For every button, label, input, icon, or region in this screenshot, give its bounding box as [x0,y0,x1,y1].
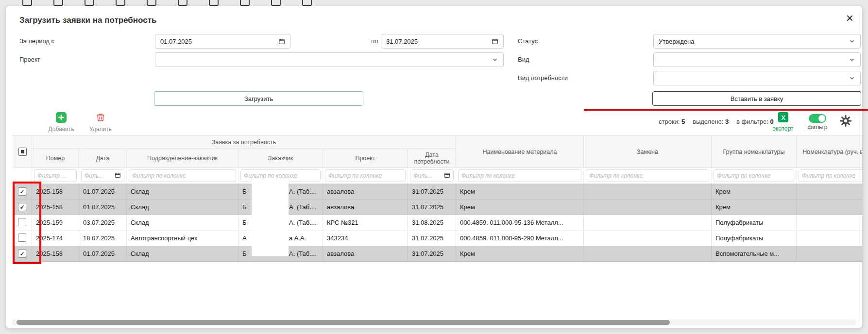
cell-department: Склад [127,246,238,262]
cell-nomenclature-group: Крем [712,200,797,215]
table-row[interactable]: ✓2025-15801.07.2025СкладБА. (Таб....авза… [13,200,863,215]
toolbar-icon-3[interactable] [85,0,94,6]
cell-number: 2025-158 [32,200,79,215]
add-label: Добавить [46,126,77,133]
column-filter-input[interactable]: Фильтр по колонке [240,169,321,182]
column-header-material[interactable]: Наименование материала [456,136,584,168]
column-filter-input[interactable]: Фильтр по колонке [714,169,794,182]
column-header-project[interactable]: Проект [323,149,408,168]
row-checkbox-checked[interactable]: ✓ [18,250,26,258]
status-select[interactable]: Утверждена [653,34,861,49]
cell-need-date: 31.07.2025 [408,246,456,262]
horizontal-scrollbar[interactable] [12,319,856,325]
delete-button[interactable]: Удалить [85,112,116,133]
plus-icon [56,112,67,123]
cell-number: 2025-174 [32,231,79,246]
column-header-date[interactable]: Дата [79,149,127,168]
row-checkbox-cell [13,215,32,231]
gear-icon [839,115,852,127]
cell-number: 2025-158 [32,184,79,200]
filter-placeholder: Фильтр ... [37,172,66,179]
rows-value: 5 [681,118,685,125]
project-select[interactable] [155,52,504,67]
date-from-value: 01.07.2025 [160,38,192,45]
settings-gear-icon[interactable] [839,115,852,129]
svg-text:X: X [781,114,785,121]
insert-into-request-button[interactable]: Вставить в заявку [652,91,861,106]
filter-toggle[interactable]: фильтр [803,113,832,131]
column-header-group[interactable]: Группа номенклатуры [712,136,797,168]
filter-placeholder: Фильтр по колонке [589,172,643,179]
calendar-icon[interactable] [278,38,285,45]
need-kind-label: Вид потребности [518,74,568,82]
column-filter-input[interactable]: Филь... [81,169,124,182]
cell-date: 03.07.2025 [79,215,127,231]
need-kind-select[interactable] [653,71,861,85]
toolbar-icon-8[interactable] [240,0,250,6]
toolbar-icon-5[interactable] [147,0,156,6]
calendar-icon[interactable] [444,172,450,178]
toolbar-icon-9[interactable] [271,0,281,6]
calendar-icon[interactable] [492,38,498,45]
date-from-input[interactable]: 01.07.2025 [155,34,290,49]
toolbar-icon-10[interactable] [302,0,312,6]
table-row[interactable]: 2025-15903.07.2025СкладБА. (Таб....КРС №… [13,215,863,231]
close-icon[interactable]: × [846,12,853,24]
row-checkbox-checked[interactable]: ✓ [18,187,26,196]
column-filter-input[interactable]: Фильтр по колонке [586,169,709,182]
add-button[interactable]: Добавить [46,112,77,133]
select-all-checkbox[interactable] [18,148,27,156]
toolbar-icon-1[interactable] [22,0,32,6]
load-button[interactable]: Загрузить [154,91,363,106]
screen: Загрузить заявки на потребность × За пер… [0,0,868,334]
column-header-replacement[interactable]: Замена [584,136,712,168]
export-button[interactable]: X экспорт [769,112,797,132]
row-checkbox-cell: ✓ [13,200,32,215]
cell-department: Склад [127,200,238,215]
toggle-switch-icon[interactable] [809,114,826,123]
column-filter-input[interactable]: Фильтр ... [34,169,77,182]
table-row[interactable]: 2025-17418.07.2025Автотранспортный цехАа… [13,231,863,246]
calendar-icon[interactable] [115,172,121,178]
column-filter-input[interactable]: Фильтр по колонке [325,169,406,182]
toolbar-icon-6[interactable] [178,0,187,6]
row-checkbox-cell: ✓ [13,184,32,200]
kind-select[interactable] [653,52,861,67]
trash-icon [96,112,105,123]
column-header-customer[interactable]: Заказчик [238,149,323,168]
column-header-number[interactable]: Номер [32,149,79,168]
cell-replacement [584,231,712,246]
column-filter-input[interactable]: Фильтр по колонке [458,169,581,182]
table-row[interactable]: ✓2025-15801.07.2025СкладБА. (Таб....авза… [13,184,863,200]
status-label: Статус [518,37,538,45]
cell-nomenclature-manual [797,200,863,215]
toolbar-icon-4[interactable] [116,0,125,6]
kind-label: Вид [518,56,529,63]
filter-placeholder: Фильтр по колонке [132,172,186,179]
row-checkbox-checked[interactable]: ✓ [18,203,26,211]
cell-replacement [584,200,712,215]
column-filter-input[interactable]: Фильтр по колонке [129,169,236,182]
toolbar-icon-7[interactable] [209,0,219,6]
filter-cell: Филь... [408,168,456,184]
filter-placeholder: Фильтр по колонке [717,172,770,179]
column-header-nomenclature[interactable]: Номенклатура (руч. ввод) [797,136,863,168]
indeterminate-mark [21,150,24,153]
cell-material: Крем [456,200,584,215]
filter-cell: Филь... [79,168,127,184]
cell-need-date: 31.08.2025 [408,215,456,231]
table-body: ✓2025-15801.07.2025СкладБА. (Таб....авза… [13,184,863,262]
row-checkbox[interactable] [18,234,26,242]
cell-date: 01.07.2025 [79,200,127,215]
column-filter-input[interactable]: Филь... [410,169,454,182]
filter-cell: Фильтр ... [32,168,79,184]
table-row[interactable]: ✓2025-15801.07.2025СкладБА. (Таб....авза… [13,246,863,262]
filter-cell: Фильтр по колонке [323,168,408,184]
scrollbar-thumb[interactable] [17,320,670,325]
column-header-department[interactable]: Подразделение-заказчик [127,149,238,168]
row-checkbox[interactable] [18,218,26,226]
column-header-need-date[interactable]: Дата потребности [408,149,456,168]
column-filter-input[interactable]: Фильтр по колонке [799,169,862,182]
date-to-input[interactable]: 31.07.2025 [381,34,504,49]
toolbar-icon-2[interactable] [53,0,63,6]
